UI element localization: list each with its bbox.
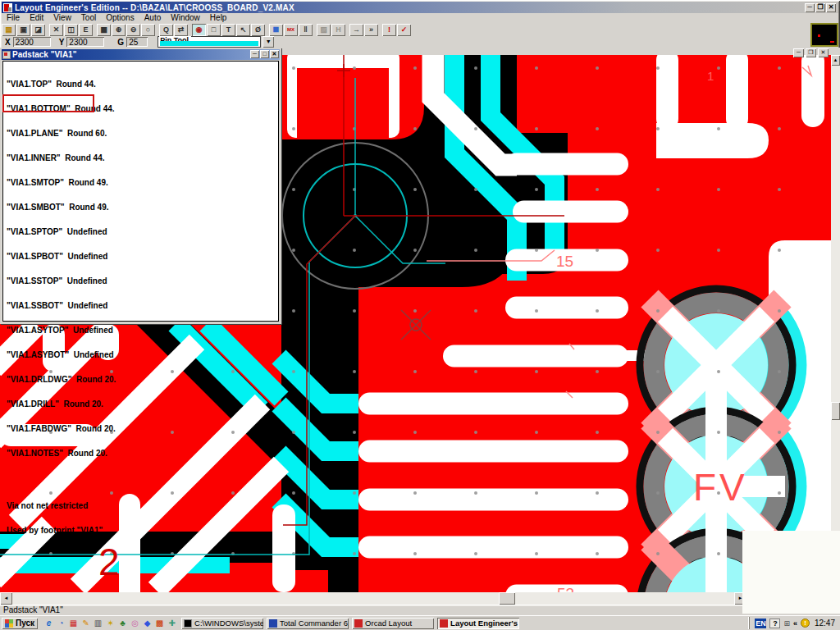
minimap-marker xyxy=(830,41,834,43)
layout-icon xyxy=(440,619,448,628)
application-window: Layout Engineer's Edition -- D:\BAZA\LAT… xyxy=(0,0,840,630)
padstack-row: "VIA1.NOTES" Round 20. xyxy=(7,450,278,458)
system-tray: EN ? ⊞ « ! 12:47 xyxy=(749,617,838,629)
spreadsheet-button[interactable]: ▦ xyxy=(97,24,111,36)
minimize-button[interactable]: ─ xyxy=(805,3,815,12)
zoom-in-button[interactable]: ⊕ xyxy=(112,24,126,36)
y-coordinate-field[interactable]: 2300 xyxy=(66,37,104,47)
error-tool-button[interactable]: Ø xyxy=(251,24,265,36)
shove-button[interactable]: ▨ xyxy=(317,24,331,36)
smtop-smbot-highlight-box xyxy=(2,94,94,112)
start-button[interactable]: Пуск xyxy=(2,618,38,629)
obstacle-tool-button[interactable]: □ xyxy=(207,24,221,36)
save-button[interactable]: ▣ xyxy=(16,24,30,36)
padstack-close-button[interactable]: ✕ xyxy=(270,50,279,58)
save-library-button[interactable]: ◪ xyxy=(31,24,45,36)
quick-launch-notes-icon[interactable]: ✎ xyxy=(80,617,92,629)
quick-launch-outlook-icon[interactable]: ◔ xyxy=(55,617,67,629)
padstack-maximize-button[interactable]: □ xyxy=(260,50,269,58)
task-total-commander[interactable]: Total Commander 6.53 - ... xyxy=(267,618,349,629)
security-shield-icon[interactable]: ! xyxy=(801,619,810,628)
quick-launch-film-icon[interactable]: ▥ xyxy=(92,617,104,629)
chevron-collapse-icon[interactable]: « xyxy=(793,618,797,629)
quick-launch-bar: e ◔ ▦ ✎ ▥ ✶ ♣ ◎ ◆ ▩ ✚ xyxy=(43,617,178,629)
reconnect-button[interactable]: ‖ xyxy=(299,24,313,36)
open-button[interactable]: ▤ xyxy=(2,24,16,36)
text-tool-button[interactable]: T xyxy=(221,24,235,36)
grid-field[interactable]: 25 xyxy=(126,37,148,47)
quick-launch-ie-icon[interactable]: e xyxy=(43,617,55,629)
zoom-out-button[interactable]: ⊖ xyxy=(126,24,140,36)
menu-options[interactable]: Options xyxy=(101,13,139,23)
quick-launch-gem-icon[interactable]: ◆ xyxy=(141,617,153,629)
title-bar[interactable]: Layout Engineer's Edition -- D:\BAZA\LAT… xyxy=(2,2,838,13)
menu-tool[interactable]: Tool xyxy=(76,13,101,23)
quick-launch-star-icon[interactable]: ✶ xyxy=(104,617,116,629)
minimap-cursor-dot xyxy=(818,34,820,37)
padstack-note: Used by footprint "VIA1" xyxy=(7,527,278,535)
language-indicator[interactable]: EN xyxy=(755,619,766,628)
color-settings-button[interactable]: ▩ xyxy=(269,24,283,36)
ref-label-fv: FV xyxy=(693,466,748,509)
combo-dropdown-button[interactable]: ▼ xyxy=(262,36,274,48)
window-title: Layout Engineer's Edition -- D:\BAZA\LAT… xyxy=(15,3,294,12)
quick-launch-pack-icon[interactable]: ▩ xyxy=(153,617,166,629)
padstack-row-highlighted: "VIA1.SMBOT" Round 49. xyxy=(7,203,278,212)
task-orcad-layout[interactable]: Orcad Layout xyxy=(352,618,434,629)
padstack-row: "VIA1.DRLDWG" Round 20. xyxy=(7,376,278,384)
menu-window[interactable]: Window xyxy=(166,13,205,23)
quick-launch-search-icon[interactable]: ◎ xyxy=(129,617,141,629)
y-label: Y xyxy=(59,38,65,47)
padstack-row: "VIA1.SSBOT" Undefined xyxy=(7,302,278,310)
delete-button[interactable]: ✕ xyxy=(49,24,63,36)
restore-button[interactable]: ❐ xyxy=(815,3,825,12)
menu-help[interactable]: Help xyxy=(205,13,232,23)
task-layout-engineers-edition[interactable]: Layout Engineer's Edi... xyxy=(437,618,519,629)
query-button[interactable]: Q xyxy=(159,24,173,36)
horizontal-scrollbar[interactable]: ◄ ► xyxy=(0,592,746,605)
zoom-all-button[interactable]: ○ xyxy=(141,24,155,36)
drc-box-button[interactable]: MX xyxy=(284,24,298,36)
padstack-row: "VIA1.SPBOT" Undefined xyxy=(7,253,278,261)
net-label-15: 15 xyxy=(556,253,573,270)
connection-tool-button[interactable]: ↖ xyxy=(236,24,250,36)
padstack-title-bar[interactable]: Padstack "VIA1" ─ □ ✕ xyxy=(2,49,280,60)
close-button[interactable]: ✕ xyxy=(826,3,836,12)
child-minimize-button[interactable]: ─ xyxy=(793,48,804,57)
child-restore-button[interactable]: ❐ xyxy=(806,48,816,57)
status-text: Padstack "VIA1" xyxy=(3,605,63,614)
padstack-minimize-button[interactable]: ─ xyxy=(250,50,259,58)
edit-segment-button[interactable]: » xyxy=(364,24,378,36)
x-coordinate-field[interactable]: 2300 xyxy=(13,37,51,47)
task-console-window[interactable]: C:\WINDOWS\system32... xyxy=(181,618,263,629)
vertical-scroll-thumb[interactable] xyxy=(831,402,840,420)
pin-tool-button[interactable]: ◉ xyxy=(192,24,206,36)
help-tray-icon[interactable]: ? xyxy=(769,619,780,628)
vertical-scrollbar[interactable]: ▲ xyxy=(831,55,840,531)
quick-launch-tools-icon[interactable]: ✚ xyxy=(166,617,178,629)
network-tray-icon[interactable]: ⊞ xyxy=(783,618,790,629)
tool-layer-combo[interactable]: Pin Tool xyxy=(158,36,261,48)
scroll-up-arrow[interactable]: ▲ xyxy=(831,55,840,66)
menu-view[interactable]: View xyxy=(48,13,76,23)
route-mode-button[interactable]: → xyxy=(349,24,363,36)
menu-edit[interactable]: Edit xyxy=(25,13,48,23)
edit-button[interactable]: E xyxy=(79,24,93,36)
menu-file[interactable]: File xyxy=(2,13,25,23)
scroll-left-arrow[interactable]: ◄ xyxy=(0,592,12,605)
windows-flag-icon xyxy=(5,619,13,628)
alert-button[interactable]: ! xyxy=(382,24,396,36)
highlight-button[interactable]: H xyxy=(331,24,345,36)
find-button[interactable]: ◫ xyxy=(64,24,78,36)
design-minimap[interactable] xyxy=(810,23,838,47)
horizontal-scroll-thumb[interactable] xyxy=(499,592,515,605)
menu-auto[interactable]: Auto xyxy=(139,13,167,23)
menu-bar: File Edit View Tool Options Auto Window … xyxy=(2,13,838,23)
component-tool-button[interactable]: ⇄ xyxy=(174,24,188,36)
online-drc-button[interactable]: ✓ xyxy=(397,24,411,36)
quick-launch-media-icon[interactable]: ▦ xyxy=(67,617,80,629)
padstack-window[interactable]: Padstack "VIA1" ─ □ ✕ "VIA1.TOP" Round 4… xyxy=(0,48,281,324)
taskbar-clock[interactable]: 12:47 xyxy=(815,619,835,628)
quick-launch-nav-icon[interactable]: ♣ xyxy=(116,617,129,629)
child-close-button[interactable]: ✕ xyxy=(818,48,829,57)
